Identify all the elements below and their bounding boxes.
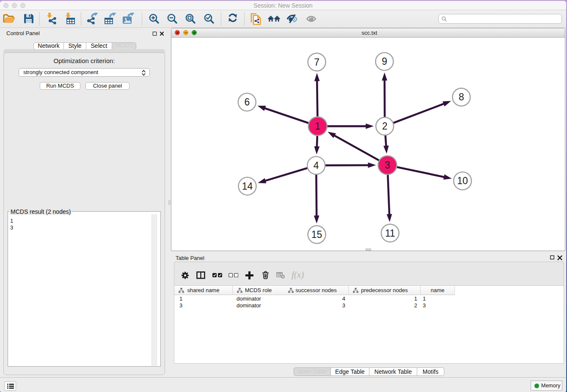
svg-text:4: 4 [314,160,319,171]
svg-text:6: 6 [244,97,250,108]
svg-text:3: 3 [385,160,390,171]
svg-text:9: 9 [382,56,387,67]
svg-text:2: 2 [382,121,388,132]
svg-text:10: 10 [457,175,468,186]
svg-text:8: 8 [459,91,464,102]
svg-text:14: 14 [242,181,253,192]
svg-text:1: 1 [315,121,320,132]
svg-text:7: 7 [314,57,319,68]
svg-text:15: 15 [311,229,322,240]
svg-text:11: 11 [385,228,395,239]
